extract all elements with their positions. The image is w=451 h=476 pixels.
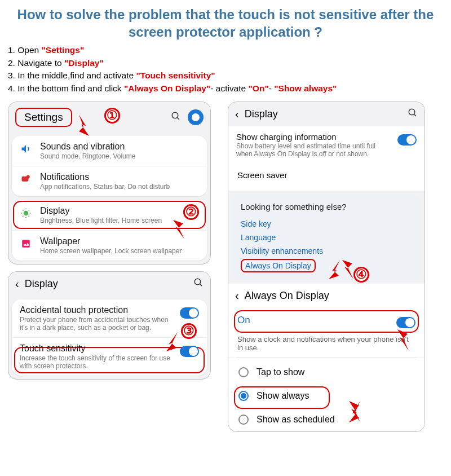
search-icon[interactable] [193,277,204,290]
svg-rect-15 [22,240,30,248]
link-visibility[interactable]: Visibility enhancements [241,244,412,258]
svg-line-12 [29,216,29,217]
radio-show-always[interactable]: Show always [228,384,425,408]
screen-saver-row[interactable]: Screen saver [228,164,425,187]
charging-toggle[interactable] [397,134,417,146]
svg-point-20 [409,109,415,116]
touch-sensitivity-toggle[interactable] [180,346,199,357]
settings-item-sounds[interactable]: Sounds and vibrationSound mode, Ringtone… [12,136,207,166]
instructions: 1. Open "Settings" 2. Navigate to "Displ… [0,43,451,96]
callout-1: ① [104,108,120,124]
callout-4: ④ [353,267,369,283]
aod-on-toggle[interactable] [396,317,415,328]
back-icon[interactable]: ‹ [235,289,239,302]
svg-point-6 [24,211,28,215]
wallpaper-icon [20,237,32,250]
svg-marker-23 [342,260,353,279]
callout-3: ③ [181,323,197,339]
svg-point-0 [172,112,178,118]
display-extended-screenshot: ‹ Display Show charging informationShow … [228,102,425,432]
callout-2: ② [183,204,199,220]
notification-icon [20,173,32,186]
link-always-on-display[interactable]: Always On Display [245,261,311,270]
radio-tap-to-show[interactable]: Tap to show [228,360,425,384]
display-icon [20,207,32,219]
svg-line-1 [177,117,179,120]
svg-marker-22 [329,260,340,279]
settings-title: Settings [15,108,72,127]
display-header: Display [245,108,278,120]
settings-item-notifications[interactable]: NotificationsApp notifications, Status b… [12,166,207,196]
svg-line-21 [414,114,416,117]
accidental-touch-toggle[interactable] [180,307,199,319]
svg-marker-2 [79,114,89,136]
radio-icon [238,367,249,377]
back-icon[interactable]: ‹ [235,108,239,121]
display-header: Display [25,278,58,290]
avatar[interactable] [188,109,204,125]
svg-point-17 [194,279,201,285]
link-language[interactable]: Language [241,231,412,244]
search-icon[interactable] [408,108,418,121]
search-icon[interactable] [171,111,181,124]
svg-line-14 [29,210,29,210]
page-title: How to solve the problem that the touch … [0,0,451,43]
svg-marker-5 [173,220,184,239]
svg-marker-19 [166,332,178,351]
svg-line-18 [200,284,202,287]
svg-line-11 [23,210,23,210]
charging-info-row[interactable]: Show charging informationShow battery le… [228,126,425,164]
svg-line-13 [23,216,23,217]
svg-point-4 [26,175,30,179]
link-side-key[interactable]: Side key [241,217,412,231]
svg-marker-24 [397,329,409,351]
radio-icon [238,391,249,401]
touch-sensitivity-row[interactable]: Touch sensitivityIncrease the touch sens… [12,337,207,376]
radio-show-scheduled[interactable]: Show as scheduled [228,408,425,431]
display-screenshot: ‹ Display Accidental touch protectionPro… [8,271,211,380]
accidental-touch-row[interactable]: Accidental touch protectionProtect your … [12,299,207,337]
aod-header: Always On Display [245,290,329,302]
looking-for-header: Looking for something else? [241,202,412,211]
settings-screenshot: Settings ① Sounds and vibrationSound mod… [8,102,211,265]
sound-icon [20,143,32,155]
radio-icon [238,415,249,425]
back-icon[interactable]: ‹ [15,277,19,290]
